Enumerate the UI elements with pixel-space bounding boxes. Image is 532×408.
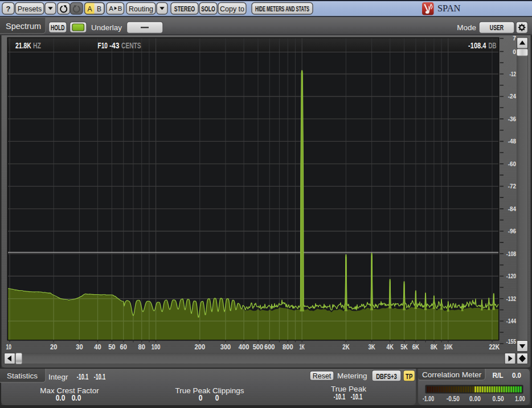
svg-text:Statistics: Statistics bbox=[7, 372, 38, 380]
svg-text:21.8K: 21.8K bbox=[15, 41, 31, 50]
svg-text:-0.50: -0.50 bbox=[447, 395, 460, 403]
svg-text:1.00: 1.00 bbox=[515, 395, 525, 403]
svg-text:-43: -43 bbox=[109, 41, 120, 50]
svg-text:300: 300 bbox=[220, 343, 231, 351]
svg-text:Underlay: Underlay bbox=[91, 23, 122, 32]
svg-text:0.0: 0.0 bbox=[512, 371, 521, 380]
svg-text:40: 40 bbox=[94, 343, 101, 351]
svg-text:DB: DB bbox=[489, 41, 497, 50]
svg-text:-10.1: -10.1 bbox=[334, 392, 346, 401]
svg-text:0.00: 0.00 bbox=[469, 395, 481, 403]
svg-text:HIDE METERS AND STATS: HIDE METERS AND STATS bbox=[255, 5, 309, 13]
svg-text:0: 0 bbox=[215, 393, 219, 402]
svg-text:500: 500 bbox=[253, 343, 264, 351]
svg-text:7: 7 bbox=[513, 35, 516, 42]
svg-text:-36: -36 bbox=[508, 116, 516, 122]
svg-text:600: 600 bbox=[264, 343, 275, 351]
svg-text:-60: -60 bbox=[508, 160, 516, 167]
svg-text:-48: -48 bbox=[508, 138, 517, 145]
svg-text:5K: 5K bbox=[400, 343, 407, 351]
svg-text:HZ: HZ bbox=[33, 41, 41, 50]
svg-text:10: 10 bbox=[6, 343, 11, 351]
svg-text:Metering: Metering bbox=[337, 372, 367, 380]
svg-text:80: 80 bbox=[138, 343, 145, 351]
svg-text:Spectrum: Spectrum bbox=[6, 22, 41, 31]
svg-text:-108: -108 bbox=[506, 250, 517, 257]
svg-text:-10.1: -10.1 bbox=[351, 392, 363, 401]
svg-text:?: ? bbox=[6, 5, 11, 13]
svg-text:100: 100 bbox=[152, 343, 161, 351]
svg-text:60: 60 bbox=[120, 343, 126, 351]
svg-text:-84: -84 bbox=[508, 205, 517, 212]
svg-text:Max Crest Factor: Max Crest Factor bbox=[40, 386, 99, 395]
svg-text:USER: USER bbox=[490, 23, 504, 32]
svg-text:6K: 6K bbox=[412, 343, 419, 351]
svg-text:Mode: Mode bbox=[457, 23, 476, 32]
svg-text:DBFS+3: DBFS+3 bbox=[376, 372, 397, 381]
svg-text:50: 50 bbox=[108, 343, 115, 351]
svg-text:-10.1: -10.1 bbox=[94, 372, 106, 381]
svg-text:SOLO: SOLO bbox=[201, 5, 215, 13]
svg-text:-120: -120 bbox=[506, 273, 516, 279]
svg-text:-96: -96 bbox=[508, 228, 516, 234]
svg-text:30: 30 bbox=[76, 343, 83, 351]
svg-text:A: A bbox=[109, 5, 113, 12]
svg-text:20: 20 bbox=[50, 343, 57, 351]
svg-text:Reset: Reset bbox=[313, 372, 332, 380]
svg-text:True Peak Clippings: True Peak Clippings bbox=[175, 386, 244, 395]
svg-text:0.0: 0.0 bbox=[56, 393, 66, 402]
svg-text:Copy to: Copy to bbox=[220, 5, 244, 13]
svg-text:STEREO: STEREO bbox=[174, 5, 195, 13]
svg-text:10K: 10K bbox=[444, 343, 453, 351]
svg-text:-155: -155 bbox=[506, 338, 517, 345]
svg-text:8K: 8K bbox=[431, 343, 437, 351]
svg-text:3K: 3K bbox=[368, 343, 375, 351]
svg-text:0.0: 0.0 bbox=[72, 393, 81, 402]
svg-text:Routing: Routing bbox=[129, 5, 153, 13]
svg-text:1K: 1K bbox=[300, 343, 305, 351]
svg-text:0: 0 bbox=[513, 48, 516, 55]
svg-text:A: A bbox=[87, 5, 92, 13]
svg-text:B: B bbox=[97, 5, 101, 13]
svg-text:-1.00: -1.00 bbox=[423, 395, 434, 403]
svg-text:0.50: 0.50 bbox=[493, 395, 504, 403]
svg-text:-132: -132 bbox=[506, 295, 516, 302]
svg-text:2K: 2K bbox=[342, 343, 349, 351]
svg-text:-10.1: -10.1 bbox=[77, 372, 89, 381]
svg-text:B: B bbox=[118, 5, 122, 12]
svg-text:-108.4: -108.4 bbox=[468, 41, 486, 50]
svg-text:22K: 22K bbox=[489, 343, 500, 351]
svg-text:F10: F10 bbox=[98, 41, 108, 50]
svg-text:TP: TP bbox=[406, 372, 412, 381]
svg-text:Correlation Meter: Correlation Meter bbox=[422, 370, 482, 379]
svg-text:4K: 4K bbox=[386, 343, 393, 351]
svg-text:SPAN: SPAN bbox=[437, 3, 461, 14]
svg-text:400: 400 bbox=[239, 343, 249, 351]
svg-text:-72: -72 bbox=[508, 183, 516, 189]
svg-text:Presets: Presets bbox=[18, 5, 42, 13]
svg-text:Integr: Integr bbox=[48, 373, 68, 381]
svg-text:CENTS: CENTS bbox=[121, 41, 141, 50]
svg-text:-12: -12 bbox=[509, 71, 516, 77]
svg-text:-24: -24 bbox=[508, 93, 517, 100]
svg-text:200: 200 bbox=[195, 343, 206, 351]
svg-text:HOLD: HOLD bbox=[51, 23, 64, 32]
svg-text:800: 800 bbox=[283, 343, 293, 351]
svg-text:0: 0 bbox=[199, 393, 203, 402]
svg-text:R/L: R/L bbox=[492, 371, 503, 380]
svg-text:-144: -144 bbox=[506, 318, 517, 324]
